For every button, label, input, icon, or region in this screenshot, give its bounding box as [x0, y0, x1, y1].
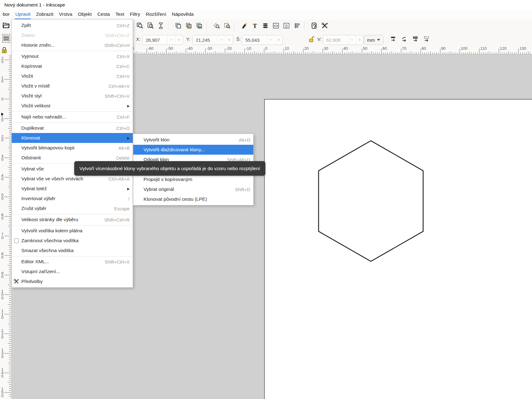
select-original-icon[interactable] — [213, 22, 220, 29]
align-dialog-icon[interactable] — [294, 22, 300, 29]
menu-item-shortcut: Shift+Ctrl+H — [104, 43, 130, 48]
y-decrement-button[interactable]: − — [217, 35, 225, 45]
menubar-item-bor[interactable]: bor — [0, 10, 12, 19]
toolbar-separator — [168, 22, 168, 29]
ruler-label: 7 0 — [1, 233, 3, 239]
width-field[interactable]: 55,043 − + — [242, 35, 283, 45]
menu-item-clone-original-path[interactable]: Klonovat původní cestu (LPE) — [133, 194, 253, 204]
x-field-value[interactable]: 26,907 — [143, 35, 167, 45]
width-increment-button[interactable]: + — [275, 35, 282, 45]
ruler-corner[interactable] — [0, 46, 11, 54]
x-decrement-button[interactable]: − — [167, 35, 175, 45]
menu-item-label: Historie změn... — [21, 42, 97, 48]
menubar-item-vrstva[interactable]: Vrstva — [56, 10, 75, 19]
menubar-item-filtry[interactable]: Filtry — [127, 10, 143, 19]
y-field-value[interactable]: 21,245 — [193, 35, 217, 45]
menu-item-deselect[interactable]: Zrušit výběrEscape — [12, 204, 133, 213]
menu-item-label: Předvolby — [21, 279, 130, 284]
menu-item-lock-guides[interactable]: Zamknout všechna vodítka — [12, 236, 133, 246]
menubar-item-text[interactable]: Text — [113, 10, 127, 19]
menubar-item-objekt[interactable]: Objekt — [75, 10, 95, 19]
menu-item-xml-editor[interactable]: Editor XML...Shift+Ctrl+X — [12, 257, 133, 267]
menu-item-create-guides[interactable]: Vytvořit vodítka kolem plátna — [12, 226, 133, 236]
preferences-icon[interactable] — [321, 22, 328, 29]
make-bitmap-copy-icon[interactable] — [224, 22, 230, 29]
y-increment-button[interactable]: + — [225, 35, 233, 45]
menu-item-duplicate[interactable]: DuplikovatCtrl+D — [12, 123, 133, 133]
menu-item-label: Invertovat výběr — [21, 196, 122, 201]
fill-stroke-icon[interactable] — [241, 22, 248, 29]
ruler-label: 40 — [343, 46, 348, 51]
menu-item-paste-style[interactable]: Vložit stylShift+Ctrl+V — [12, 91, 133, 101]
zoom-page-icon[interactable] — [147, 22, 154, 29]
menu-item-undo-history[interactable]: Historie změn...Shift+Ctrl+H — [12, 40, 133, 50]
menu-item-label: Vytvořit klon — [144, 137, 232, 143]
menu-item-select-original[interactable]: Vybrat originálShift+D — [133, 184, 253, 194]
menu-item-create-clone[interactable]: Vytvořit klonAlt+D — [133, 135, 253, 145]
menu-item-shortcut: Shift+Ctrl+X — [105, 259, 130, 264]
menu-item-paste-in-place[interactable]: Vložit v místěCtrl+Alt+V — [12, 81, 133, 91]
duplicate-icon[interactable] — [175, 22, 182, 29]
menu-item-paste-size[interactable]: Vložit velikost▶ — [12, 101, 133, 111]
menubar-item-upravit[interactable]: Upravit — [12, 10, 33, 19]
lock-guides-icon[interactable] — [1, 46, 8, 54]
height-decrement-button[interactable]: − — [348, 35, 356, 45]
scale-pattern-toggle-icon[interactable] — [424, 36, 430, 42]
menu-item-invert-selection[interactable]: Invertovat výběr! — [12, 194, 133, 204]
hexagon-path[interactable] — [319, 141, 423, 261]
unlink-clone-icon[interactable] — [196, 22, 203, 29]
y-field[interactable]: 21,245 − + — [192, 35, 233, 45]
height-increment-button[interactable]: + — [356, 35, 363, 45]
menubar-item-zobrazit[interactable]: Zobrazit — [33, 10, 56, 19]
text-dialog-icon[interactable]: T — [251, 22, 258, 29]
vertical-ruler[interactable]: 2 01 001 02 03 04 05 06 07 08 09 01 0 01… — [0, 54, 11, 399]
menu-item-copy[interactable]: KopírovatCtrl+C — [12, 61, 133, 71]
menubar-item-cesta[interactable]: Cesta — [95, 10, 113, 19]
width-field-value[interactable]: 55,043 — [242, 35, 267, 45]
checkbox-icon[interactable] — [14, 238, 19, 243]
menu-item-undo[interactable]: ZpětCtrl+Z — [12, 20, 133, 30]
zoom-drawing-icon[interactable] — [136, 22, 143, 29]
menu-item-input-devices[interactable]: Vstupní zařízení... — [12, 267, 133, 277]
menu-item-cut[interactable]: VyjmoutCtrl+X — [12, 51, 133, 61]
ruler-label: 120 — [500, 46, 507, 51]
menu-item-find-replace[interactable]: Najít nebo nahradit...Ctrl+F — [12, 112, 133, 122]
lock-ratio-icon[interactable] — [309, 36, 315, 42]
select-all-icon[interactable] — [2, 34, 11, 44]
menu-item-fit-page-to-selection[interactable]: Velikost stránky dle výběruShift+Ctrl+R — [12, 215, 133, 225]
menu-item-delete-guides[interactable]: Smazat všechna vodítka — [12, 246, 133, 255]
menu-item-clone[interactable]: Klonovat▶ — [12, 133, 133, 143]
clone-icon[interactable] — [185, 22, 192, 29]
xml-editor-icon[interactable]: <> — [272, 22, 279, 29]
document-properties-icon[interactable] — [311, 22, 318, 29]
menu-item-shortcut: Delete — [116, 155, 130, 161]
menu-item-paste[interactable]: VložitCtrl+V — [12, 71, 133, 81]
menu-item-preferences[interactable]: Předvolby — [12, 277, 133, 286]
menu-item-create-tiled-clones[interactable]: Vytvořit dlaždicované klony... — [133, 145, 253, 155]
zoom-vertical-icon[interactable] — [157, 22, 164, 29]
unit-dropdown[interactable]: mm — [364, 35, 384, 45]
scale-stroke-toggle-icon[interactable] — [390, 36, 397, 42]
height-field[interactable]: 62,908 − + — [323, 35, 364, 45]
height-field-value[interactable]: 62,908 — [323, 35, 348, 45]
scale-corners-toggle-icon[interactable] — [401, 36, 408, 42]
menu-item-make-bitmap-copy[interactable]: Vytvořit bitmapovou kopiiAlt+B — [12, 143, 133, 153]
ruler-label: 1 0 — [1, 115, 3, 122]
scale-gradient-toggle-icon[interactable] — [413, 36, 419, 42]
submenu-arrow-icon: ▶ — [127, 187, 130, 191]
menu-item-label: Vložit velikost — [21, 103, 124, 109]
menu-item-shortcut: Ctrl+Z — [117, 23, 130, 28]
x-increment-button[interactable]: + — [175, 35, 183, 45]
ruler-label: -10 — [246, 46, 251, 51]
layers-dialog-icon[interactable] — [262, 22, 269, 29]
x-field[interactable]: 26,907 − + — [142, 35, 183, 45]
open-file-icon[interactable] — [2, 21, 10, 30]
width-decrement-button[interactable]: − — [267, 35, 275, 45]
menubar-item-rozšíření[interactable]: Rozšíření — [143, 10, 169, 19]
menu-item-redo[interactable]: ZnovuShift+Ctrl+Z — [12, 30, 133, 40]
menu-item-label: Vytvořit dlaždicované klony... — [144, 147, 250, 152]
menubar-item-nápověda[interactable]: Nápověda — [169, 10, 197, 19]
menu-item-relink-to-copied[interactable]: Propojit s kopírovaným — [133, 174, 253, 184]
object-properties-icon[interactable]: {} — [283, 22, 290, 29]
menu-item-select-same[interactable]: Vybrat totéž▶ — [12, 184, 133, 194]
